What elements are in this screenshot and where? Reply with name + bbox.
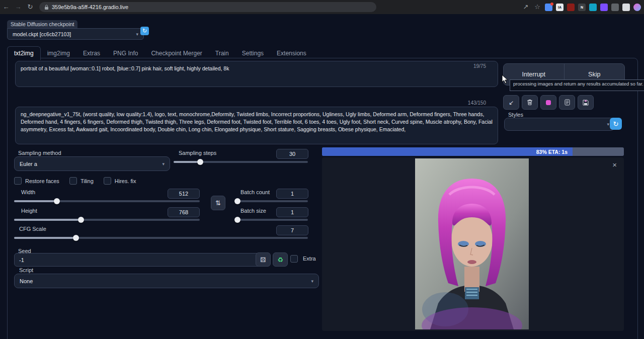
extension-icon-ia[interactable]: IA xyxy=(556,4,564,11)
close-image-button[interactable]: × xyxy=(612,160,617,169)
url-text: 359e5b9a-a5ff-4216.gradio.live xyxy=(52,4,128,10)
back-icon[interactable]: ← xyxy=(0,0,12,14)
extension-icon-red[interactable] xyxy=(567,4,575,11)
tab-bar: txt2img img2img Extras PNG Info Checkpoi… xyxy=(7,46,313,60)
prompt-token-counter: 19/75 xyxy=(473,63,486,69)
prompt-tools-row: ↙ xyxy=(503,95,594,110)
reload-icon[interactable]: ↻ xyxy=(24,0,36,14)
tab-txt2img[interactable]: txt2img xyxy=(7,46,41,60)
output-gallery: × xyxy=(322,157,624,331)
bookmark-star-icon[interactable]: ☆ xyxy=(533,0,541,14)
checkpoint-refresh-button[interactable]: ↻ xyxy=(140,27,149,35)
save-style-button[interactable] xyxy=(578,95,594,110)
chevron-down-icon: ▾ xyxy=(136,32,138,37)
interrupt-tooltip: processing images and return any results… xyxy=(510,79,644,91)
tab-train[interactable]: Train xyxy=(209,47,235,60)
apply-style-button[interactable] xyxy=(559,95,575,110)
tab-extensions[interactable]: Extensions xyxy=(270,47,313,60)
extension-icon-n[interactable]: N xyxy=(578,4,586,11)
browser-extensions-row: ↗ ☆ IA N xyxy=(522,0,641,14)
progress-fill: 83% ETA: 1s xyxy=(322,147,573,156)
side-panel-icon[interactable] xyxy=(622,4,630,11)
negative-token-counter: 143/150 xyxy=(468,100,486,106)
lock-icon xyxy=(44,5,49,10)
forward-icon[interactable]: → xyxy=(12,0,24,14)
address-bar[interactable]: 359e5b9a-a5ff-4216.gradio.live xyxy=(39,2,376,12)
extra-networks-icon xyxy=(546,100,551,105)
prompt-container: portrait of a beautiful [woman::0.1] rob… xyxy=(15,61,498,87)
tab-png-info[interactable]: PNG Info xyxy=(107,47,144,60)
negative-prompt-container: 143/150 ng_deepnegative_v1_75t, (worst q… xyxy=(15,100,498,136)
screen: ← → ↻ 359e5b9a-a5ff-4216.gradio.live ↗ ☆… xyxy=(0,0,644,339)
tab-settings[interactable]: Settings xyxy=(235,47,270,60)
paste-params-button[interactable]: ↙ xyxy=(503,95,519,110)
floppy-icon xyxy=(583,100,589,106)
generated-image[interactable] xyxy=(415,158,529,329)
extension-icon-purple[interactable] xyxy=(600,4,608,11)
checkpoint-label: Stable Diffusion checkpoint xyxy=(7,20,77,28)
clear-prompt-button[interactable] xyxy=(522,95,538,110)
progress-bar: 83% ETA: 1s xyxy=(322,147,624,156)
prompt-input[interactable]: portrait of a beautiful [woman::0.1] rob… xyxy=(15,61,498,87)
checkpoint-value: model.ckpt [cc6cb27103] xyxy=(13,31,71,37)
browser-toolbar: ← → ↻ 359e5b9a-a5ff-4216.gradio.live ↗ ☆… xyxy=(0,0,644,14)
negative-prompt-text: ng_deepnegative_v1_75t, (worst quality, … xyxy=(21,111,493,132)
extra-networks-button[interactable] xyxy=(540,95,556,110)
extension-icon-blue[interactable] xyxy=(545,4,552,11)
negative-prompt-input[interactable]: ng_deepnegative_v1_75t, (worst quality, … xyxy=(15,107,498,144)
profile-avatar[interactable] xyxy=(633,4,641,11)
prompt-text: portrait of a beautiful [woman::0.1] rob… xyxy=(21,65,229,71)
share-icon[interactable]: ↗ xyxy=(522,0,530,14)
puzzle-icon[interactable] xyxy=(611,4,619,11)
tab-img2img[interactable]: img2img xyxy=(41,47,76,60)
progress-text: 83% ETA: 1s xyxy=(536,149,568,155)
trash-icon xyxy=(527,99,533,106)
extension-icon-teal[interactable] xyxy=(589,4,597,11)
paste-icon: ↙ xyxy=(509,99,514,106)
checkpoint-dropdown[interactable]: model.ckpt [cc6cb27103] ▾ xyxy=(7,28,144,40)
tab-extras[interactable]: Extras xyxy=(76,47,107,60)
tab-checkpoint-merger[interactable]: Checkpoint Merger xyxy=(144,47,208,60)
style-card-icon xyxy=(565,99,570,106)
